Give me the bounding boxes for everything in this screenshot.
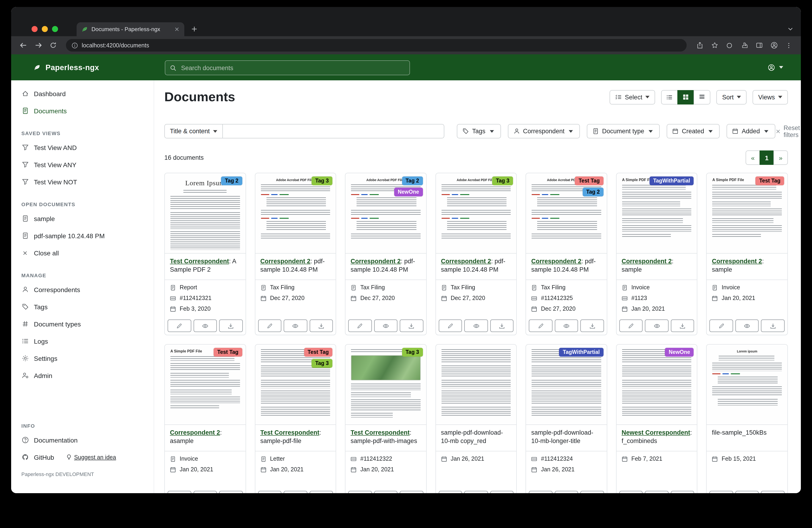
- download-button[interactable]: [761, 491, 785, 493]
- edit-button[interactable]: [710, 319, 733, 332]
- document-card[interactable]: Test TagTag 3Test Correspondent: sample-…: [255, 344, 336, 493]
- document-card[interactable]: TagWithPartialsample-pdf-download-10-mb-…: [526, 344, 607, 493]
- tab-list-chevron-icon[interactable]: [787, 26, 794, 32]
- correspondent-link[interactable]: Correspondent 2: [622, 258, 672, 265]
- view-button[interactable]: [193, 491, 217, 493]
- sort-button[interactable]: Sort: [716, 90, 747, 104]
- select-button[interactable]: Select: [610, 90, 655, 104]
- download-button[interactable]: [671, 491, 694, 493]
- download-button[interactable]: [219, 491, 243, 493]
- correspondent-link[interactable]: Correspondent 2: [441, 258, 491, 265]
- correspondent-link[interactable]: Test Correspondent: [350, 429, 410, 436]
- browser-profile-avatar[interactable]: [768, 40, 780, 51]
- next-page-button[interactable]: »: [773, 151, 788, 165]
- minimize-window-button[interactable]: [42, 26, 48, 32]
- zoom-window-button[interactable]: [52, 26, 58, 32]
- filter-field-button[interactable]: Title & content: [164, 124, 223, 138]
- prev-page-button[interactable]: «: [745, 151, 760, 165]
- download-button[interactable]: [400, 319, 423, 332]
- view-details-button[interactable]: [694, 90, 711, 104]
- sidebar-item-dashboard[interactable]: Dashboard: [11, 85, 154, 102]
- filter-created-button[interactable]: Created: [666, 124, 720, 138]
- side-panel-icon[interactable]: [754, 40, 765, 51]
- filter-added-button[interactable]: Added: [726, 124, 775, 138]
- view-button[interactable]: [555, 319, 578, 332]
- user-menu[interactable]: [766, 62, 783, 73]
- share-icon[interactable]: [694, 40, 705, 51]
- browser-tab[interactable]: Documents - Paperless-ngx: [77, 22, 184, 36]
- filter-tags-button[interactable]: Tags: [457, 124, 501, 138]
- view-button[interactable]: [735, 319, 759, 332]
- document-thumbnail[interactable]: A Simple PDF FileTagWithPartial: [617, 173, 697, 254]
- sidebar-item-pdf-sample-10-24-48-pm[interactable]: pdf-sample 10.24.48 PM: [11, 227, 154, 244]
- bookmark-star-icon[interactable]: [709, 40, 720, 51]
- document-thumbnail[interactable]: Adobe Acrobat PDF FilesTag 3: [436, 173, 516, 254]
- correspondent-link[interactable]: Test Correspondent: [170, 258, 229, 265]
- reset-filters-button[interactable]: Reset filters: [775, 124, 800, 138]
- view-button[interactable]: [464, 319, 488, 332]
- edit-button[interactable]: [168, 491, 191, 493]
- suggest-idea-link[interactable]: Suggest an idea: [66, 454, 116, 460]
- document-card[interactable]: Lorem IpsumTag 2Test Correspondent: A Sa…: [164, 173, 246, 335]
- view-button[interactable]: [284, 319, 307, 332]
- site-info-icon[interactable]: [72, 42, 78, 48]
- view-button[interactable]: [645, 491, 669, 493]
- document-card[interactable]: Lorem ipsumfile-sample_150kBsFeb 15, 202…: [706, 344, 788, 493]
- sidebar-item-admin[interactable]: Admin: [11, 367, 154, 384]
- forward-button[interactable]: [32, 40, 44, 51]
- view-button[interactable]: [374, 319, 397, 332]
- sidebar-item-close-all[interactable]: Close all: [11, 244, 154, 261]
- document-thumbnail[interactable]: TagWithPartial: [526, 345, 607, 425]
- filter-text-input[interactable]: [223, 124, 444, 138]
- sidebar-item-test-view-any[interactable]: Test View ANY: [11, 156, 154, 173]
- sidebar-item-documentation[interactable]: Documentation: [11, 431, 154, 448]
- edit-button[interactable]: [619, 491, 643, 493]
- download-button[interactable]: [581, 491, 604, 493]
- document-thumbnail[interactable]: Lorem ipsum: [707, 345, 787, 425]
- extensions-puzzle-icon[interactable]: [739, 40, 750, 51]
- sidebar-item-documents[interactable]: Documents: [11, 102, 154, 119]
- correspondent-link[interactable]: Test Correspondent: [260, 429, 319, 436]
- document-thumbnail[interactable]: Adobe Acrobat PDF FilesTag 3: [255, 173, 336, 254]
- correspondent-link[interactable]: Correspondent 2: [170, 429, 220, 436]
- edit-button[interactable]: [348, 491, 372, 493]
- download-button[interactable]: [309, 319, 333, 332]
- browser-menu-kebab-icon[interactable]: [783, 40, 794, 51]
- filter-correspondent-button[interactable]: Correspondent: [508, 124, 580, 138]
- sidebar-item-tags[interactable]: Tags: [11, 298, 154, 315]
- reload-button[interactable]: [47, 40, 58, 51]
- document-card[interactable]: Adobe Acrobat PDF FilesTag 3Corresponden…: [435, 173, 517, 335]
- document-thumbnail[interactable]: A Simple PDF FileTest Tag: [707, 173, 787, 254]
- document-thumbnail[interactable]: A Simple PDF FileTest Tag: [165, 345, 245, 425]
- download-button[interactable]: [490, 491, 514, 493]
- view-button[interactable]: [374, 491, 397, 493]
- view-button[interactable]: [735, 491, 759, 493]
- document-card[interactable]: Adobe Acrobat PDF FilesTest TagTag 2Corr…: [526, 173, 607, 335]
- edit-button[interactable]: [438, 319, 462, 332]
- search-input[interactable]: [180, 64, 405, 72]
- document-card[interactable]: A Simple PDF FileTagWithPartialCorrespon…: [616, 173, 698, 335]
- document-thumbnail[interactable]: Adobe Acrobat PDF FilesTest TagTag 2: [526, 173, 607, 254]
- edit-button[interactable]: [258, 491, 281, 493]
- download-button[interactable]: [581, 319, 604, 332]
- edit-button[interactable]: [529, 319, 552, 332]
- close-window-button[interactable]: [32, 26, 38, 32]
- edit-button[interactable]: [168, 319, 191, 332]
- page-1-button[interactable]: 1: [759, 151, 774, 165]
- view-list-button[interactable]: [661, 90, 678, 104]
- views-button[interactable]: Views: [753, 90, 788, 104]
- document-card[interactable]: Adobe Acrobat PDF FilesTag 2NewOneCorres…: [345, 173, 426, 335]
- correspondent-link[interactable]: Correspondent 2: [350, 258, 401, 265]
- sidebar-item-settings[interactable]: Settings: [11, 350, 154, 367]
- app-brand[interactable]: Paperless-ngx: [32, 63, 99, 72]
- extension-icon[interactable]: [724, 40, 735, 51]
- sidebar-item-github[interactable]: GitHubSuggest an idea: [11, 448, 154, 466]
- correspondent-link[interactable]: Newest Correspondent: [622, 429, 690, 436]
- sidebar-item-document-types[interactable]: Document types: [11, 315, 154, 332]
- document-thumbnail[interactable]: Adobe Acrobat PDF FilesTag 2NewOne: [345, 173, 426, 254]
- edit-button[interactable]: [438, 491, 462, 493]
- download-button[interactable]: [219, 319, 243, 332]
- tab-close-icon[interactable]: [174, 27, 180, 32]
- correspondent-link[interactable]: Correspondent 2: [712, 258, 762, 265]
- document-card[interactable]: Adobe Acrobat PDF FilesTag 3Corresponden…: [255, 173, 336, 335]
